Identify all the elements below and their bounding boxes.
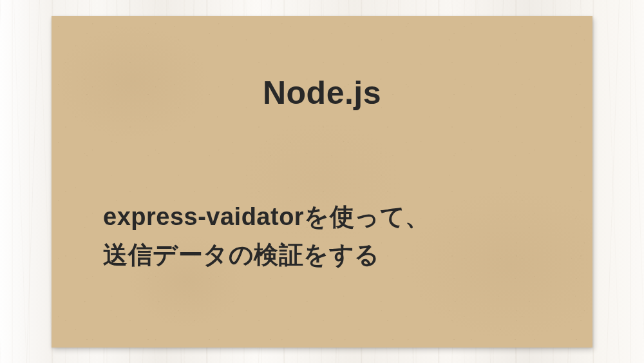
subtitle-line-2: 送信データの検証をする — [103, 241, 380, 268]
card-subtitle: express-vaidatorを使って、 送信データの検証をする — [103, 198, 554, 274]
card-title: Node.js — [52, 74, 592, 112]
subtitle-line-1: express-vaidatorを使って、 — [103, 203, 430, 230]
content-card: Node.js express-vaidatorを使って、 送信データの検証をす… — [52, 16, 592, 348]
